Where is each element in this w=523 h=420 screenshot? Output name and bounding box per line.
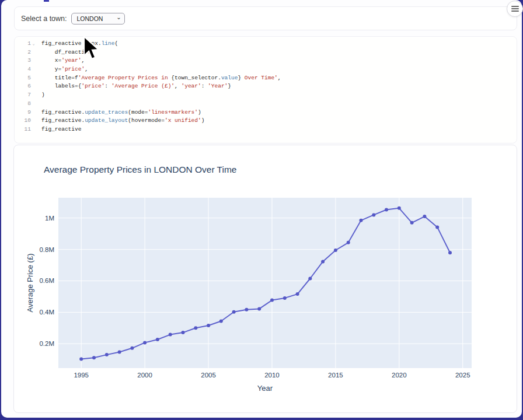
fold-spacer — [31, 91, 36, 100]
svg-text:0.2M: 0.2M — [39, 340, 54, 347]
fold-spacer — [31, 125, 36, 134]
code-text — [36, 100, 41, 108]
town-selector-widget: Select a town: LONDON ⌄ — [14, 6, 517, 30]
code-line: 9fig_reactive.update_traces(mode='lines+… — [15, 108, 517, 117]
notebook-menu-button[interactable] — [507, 1, 523, 17]
fold-arrow-icon[interactable]: ⌄ — [31, 40, 36, 48]
fold-spacer — [31, 82, 36, 91]
chart-output-cell: Average Property Prices in LONDON Over T… — [13, 145, 517, 413]
svg-text:2000: 2000 — [137, 372, 152, 379]
svg-text:2015: 2015 — [328, 372, 343, 379]
code-text: fig_reactive = px.line( — [36, 40, 118, 48]
svg-text:0.4M: 0.4M — [39, 309, 54, 316]
svg-text:0.8M: 0.8M — [39, 246, 54, 253]
price-line-chart[interactable]: 19952000200520102015202020250.2M0.4M0.6M… — [14, 145, 517, 412]
fold-spacer — [31, 100, 36, 108]
line-number: 7 — [20, 91, 31, 100]
svg-text:2025: 2025 — [455, 372, 470, 379]
svg-text:1995: 1995 — [74, 372, 89, 379]
line-number: 8 — [20, 100, 31, 108]
fold-spacer — [31, 74, 36, 83]
code-text: y='price', — [36, 65, 88, 74]
code-text: labels={'price': 'Average Price (£)', 'y… — [36, 82, 231, 91]
fold-spacer — [31, 108, 36, 117]
line-number: 2 — [20, 48, 31, 57]
code-line: 1⌄fig_reactive = px.line( — [15, 40, 517, 48]
line-number: 4 — [20, 65, 31, 74]
svg-text:2010: 2010 — [264, 372, 280, 379]
line-number: 5 — [20, 74, 31, 83]
code-line: 11fig_reactive — [15, 125, 517, 134]
fold-spacer — [31, 117, 36, 125]
town-select[interactable]: LONDON — [71, 13, 125, 24]
svg-text:0.6M: 0.6M — [39, 277, 54, 284]
svg-text:Year: Year — [257, 384, 273, 393]
code-text: fig_reactive.update_layout(hovermode='x … — [36, 117, 204, 125]
code-line: 7) — [15, 91, 517, 100]
line-number: 10 — [20, 117, 31, 125]
code-line: 8 — [15, 100, 517, 108]
code-line: 5 title=f'Average Property Prices in {to… — [15, 74, 517, 83]
line-number: 9 — [20, 108, 31, 117]
fold-spacer — [31, 57, 36, 65]
code-line: 4 y='price', — [15, 65, 517, 74]
svg-text:2005: 2005 — [201, 372, 216, 379]
code-line: 2 df_reactive, — [15, 48, 517, 57]
fold-spacer — [31, 65, 36, 74]
svg-text:Average Price (£): Average Price (£) — [26, 254, 34, 313]
hamburger-icon — [511, 5, 519, 13]
line-number: 1 — [20, 40, 31, 48]
code-line: 3 x='year', — [15, 57, 517, 65]
scrolled-cell-fragment — [44, 0, 49, 2]
code-text: fig_reactive — [36, 125, 81, 134]
code-text: title=f'Average Property Prices in {town… — [36, 74, 281, 83]
code-line: 10fig_reactive.update_layout(hovermode='… — [15, 117, 517, 125]
code-text: x='year', — [36, 57, 85, 65]
line-number: 11 — [20, 125, 31, 134]
town-select-label: Select a town: — [21, 15, 67, 23]
code-editor[interactable]: 1⌄fig_reactive = px.line(2 df_reactive,3… — [14, 36, 517, 144]
code-line: 6 labels={'price': 'Average Price (£)', … — [15, 82, 517, 91]
code-text: fig_reactive.update_traces(mode='lines+m… — [36, 108, 201, 117]
line-number: 6 — [20, 82, 31, 91]
fold-spacer — [31, 48, 36, 57]
svg-text:1M: 1M — [45, 215, 54, 222]
code-text: ) — [36, 91, 45, 100]
line-number: 3 — [20, 57, 31, 65]
notebook-card: Select a town: LONDON ⌄ 1⌄fig_reactive =… — [1, 0, 522, 418]
svg-text:2020: 2020 — [392, 372, 407, 379]
code-text: df_reactive, — [36, 48, 95, 57]
